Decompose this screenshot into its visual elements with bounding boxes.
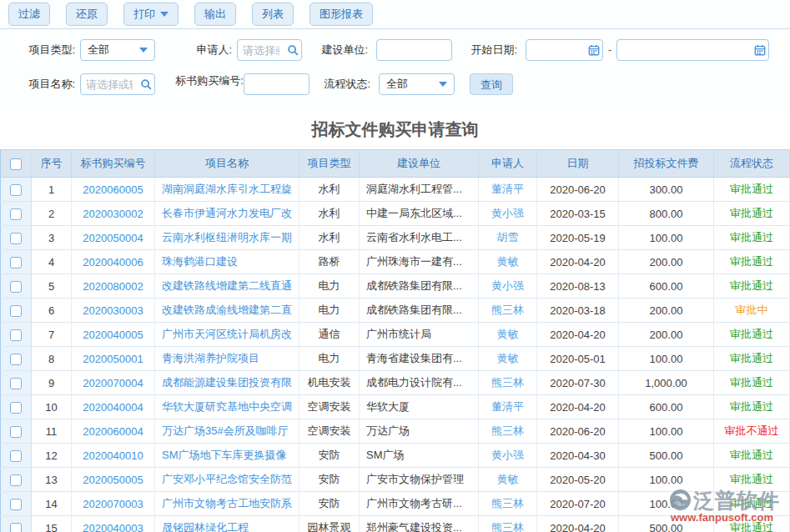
- project-name-link[interactable]: 珠海鹤港口建设: [162, 255, 238, 268]
- project-name-cell: 广安邓小平纪念馆安全防范: [155, 468, 299, 492]
- bid-code-link[interactable]: 2020040005: [83, 329, 143, 341]
- calendar-icon[interactable]: [752, 44, 768, 56]
- applicant-link[interactable]: 胡雪: [497, 231, 519, 243]
- applicant-link[interactable]: 黄敏: [497, 473, 519, 485]
- row-checkbox[interactable]: [10, 329, 22, 341]
- project-name-link[interactable]: 华软大厦研究基地中央空调: [162, 400, 292, 413]
- bid-code-link[interactable]: 2020030003: [83, 304, 143, 317]
- search-icon[interactable]: [138, 78, 154, 90]
- project-name-link[interactable]: 广州市文物考古工地安防系: [162, 497, 292, 509]
- export-button[interactable]: 输出: [194, 3, 236, 26]
- project-name-link[interactable]: 万达广场35#会所及咖啡厅: [162, 424, 289, 437]
- applicant-link[interactable]: 熊三林: [491, 497, 524, 509]
- applicant-link[interactable]: 黄小强: [491, 279, 524, 292]
- row-checkbox[interactable]: [10, 499, 22, 510]
- bid-code-link[interactable]: 2020060005: [83, 183, 143, 196]
- applicant-link[interactable]: 黄小强: [491, 207, 524, 219]
- construction-unit-cell: 郑州豪气建设投资...: [360, 516, 479, 532]
- project-type-cell: 电力: [299, 299, 360, 323]
- list-view-button[interactable]: 列表: [252, 3, 294, 26]
- project-type-cell: 路桥: [299, 250, 360, 274]
- flow-status-select[interactable]: 全部: [379, 73, 455, 95]
- status-cell: 审批通过: [714, 444, 790, 468]
- bid-code-link[interactable]: 2020030002: [83, 208, 143, 220]
- select-all-checkbox[interactable]: [10, 158, 22, 170]
- row-checkbox[interactable]: [10, 474, 22, 486]
- project-type-value: 全部: [88, 43, 109, 58]
- restore-button[interactable]: 还原: [66, 3, 108, 26]
- bid-code-link[interactable]: 2020040004: [83, 401, 143, 414]
- applicant-link[interactable]: 董清平: [491, 183, 524, 195]
- applicant-input[interactable]: [238, 40, 284, 60]
- bid-code-link[interactable]: 2020050005: [83, 474, 143, 486]
- bid-code-link[interactable]: 2020080002: [83, 280, 143, 293]
- project-type-select[interactable]: 全部: [80, 39, 155, 61]
- bid-code-link[interactable]: 2020040010: [83, 449, 143, 462]
- row-checkbox-cell: [1, 395, 32, 419]
- row-checkbox[interactable]: [10, 354, 22, 365]
- row-checkbox[interactable]: [10, 450, 22, 462]
- bid-code-link[interactable]: 2020040006: [83, 256, 143, 269]
- project-name-link[interactable]: 改建铁路线增建第二线直通: [162, 279, 292, 292]
- row-checkbox[interactable]: [10, 208, 22, 220]
- project-name-link[interactable]: 云南水利枢纽潜明水库一期: [162, 231, 292, 243]
- applicant-cell: 熊三林: [479, 419, 537, 444]
- query-button[interactable]: 查询: [470, 73, 513, 95]
- applicant-link[interactable]: 熊三林: [491, 304, 524, 316]
- bid-code-link[interactable]: 2020050004: [83, 232, 143, 244]
- construction-unit-cell: 成都铁路集团有限...: [360, 274, 479, 299]
- applicant-link[interactable]: 黄小强: [491, 449, 524, 461]
- row-checkbox[interactable]: [10, 184, 22, 196]
- construction-unit-cell: 广州市统计局: [360, 323, 479, 347]
- bid-code-cell: 2020050004: [72, 226, 155, 250]
- row-checkbox[interactable]: [10, 257, 22, 269]
- row-checkbox[interactable]: [10, 402, 22, 414]
- bid-code-link[interactable]: 2020070004: [83, 377, 143, 389]
- applicant-link[interactable]: 黄敏: [497, 352, 519, 364]
- calendar-icon[interactable]: [586, 44, 602, 56]
- construction-unit-input[interactable]: [377, 40, 451, 60]
- project-name-input[interactable]: [81, 74, 138, 94]
- bid-code-link[interactable]: 2020060004: [83, 425, 143, 438]
- bid-code-link[interactable]: 2020050001: [83, 353, 143, 365]
- applicant-link[interactable]: 熊三林: [491, 376, 524, 389]
- row-checkbox[interactable]: [10, 281, 22, 293]
- status-cell: 审批通过: [714, 395, 790, 419]
- row-checkbox[interactable]: [10, 426, 22, 438]
- date-cell: 2020-06-20: [537, 419, 619, 444]
- construction-unit-cell: 成都电力设计院有...: [360, 371, 479, 395]
- applicant-link[interactable]: 黄敏: [497, 255, 519, 268]
- row-checkbox[interactable]: [10, 523, 22, 532]
- filter-button[interactable]: 过滤: [8, 3, 50, 26]
- row-checkbox[interactable]: [10, 233, 22, 244]
- row-checkbox[interactable]: [10, 378, 22, 389]
- project-name-link[interactable]: 长春市伊通河水力发电厂改: [162, 207, 292, 219]
- chart-report-button[interactable]: 图形报表: [309, 3, 373, 26]
- bid-code-link[interactable]: 2020040003: [83, 522, 143, 532]
- applicant-link[interactable]: 黄敏: [497, 328, 519, 340]
- row-checkbox-cell: [1, 419, 32, 444]
- search-icon[interactable]: [284, 44, 301, 56]
- row-index: 5: [32, 274, 72, 299]
- row-checkbox-cell: [1, 202, 32, 226]
- project-name-link[interactable]: 广州市天河区统计局机房改: [162, 328, 292, 340]
- date-cell: 2020-07-30: [537, 371, 619, 395]
- applicant-cell: 黄敏: [479, 347, 537, 371]
- project-name-link[interactable]: 改建铁路成渝线增建第二直: [162, 304, 292, 316]
- project-name-link[interactable]: 青海洪湖养护院项目: [162, 352, 259, 364]
- applicant-link[interactable]: 董清平: [491, 400, 524, 413]
- bid-code-link[interactable]: 2020070003: [83, 498, 143, 510]
- bid-purchase-no-input[interactable]: [244, 74, 309, 94]
- row-checkbox[interactable]: [10, 305, 22, 317]
- project-name-link[interactable]: SM广场地下车库更换摄像: [162, 449, 287, 461]
- project-name-link[interactable]: 成都能源建设集团投资有限: [162, 376, 292, 389]
- print-button[interactable]: 打印: [123, 3, 179, 26]
- project-name-link[interactable]: 湖南洞庭湖水库引水工程旋: [162, 183, 292, 195]
- date-from-input[interactable]: [526, 40, 586, 60]
- project-name-link[interactable]: 广安邓小平纪念馆安全防范: [162, 473, 292, 485]
- fee-cell: 800.00: [619, 202, 714, 226]
- applicant-link[interactable]: 熊三林: [491, 521, 524, 532]
- applicant-link[interactable]: 熊三林: [491, 424, 524, 437]
- date-to-input[interactable]: [617, 40, 752, 60]
- project-name-link[interactable]: 晟铭园林绿化工程: [162, 521, 249, 532]
